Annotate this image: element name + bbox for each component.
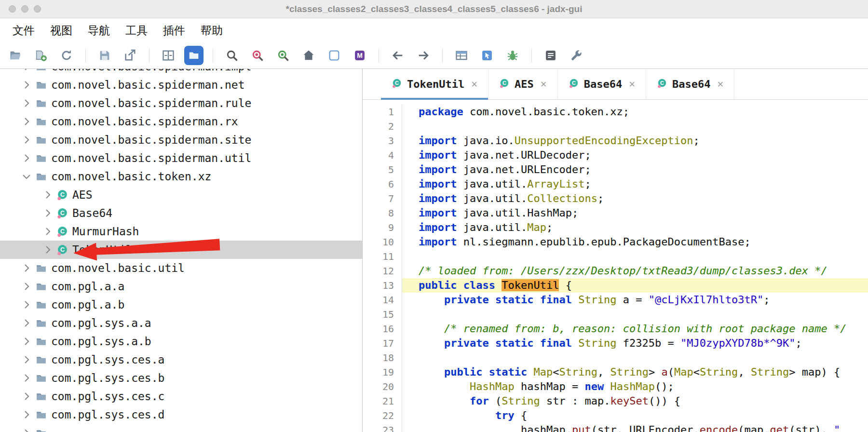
tree-item-com-novel-basic-spiderman-rx[interactable]: com.novel.basic.spiderman.rx [0,112,362,131]
export-button[interactable] [121,46,140,65]
chevron-right-icon[interactable] [20,427,33,432]
dock-layout-button[interactable] [159,46,178,65]
tree-item-com-novel-basic-spiderman-net[interactable]: com.novel.basic.spiderman.net [0,76,362,94]
tab-label: Base64 [672,78,710,90]
forward-button[interactable] [414,46,433,65]
zoom-button[interactable] [34,5,41,13]
tree-item-com-pgl-a-b[interactable]: com.pgl.a.b [0,296,362,314]
tree-item-com-pgl-sys-ces-c[interactable]: com.pgl.sys.ces.c [0,387,362,405]
tree-item-com-novel-basic-spiderman-impl[interactable]: com.novel.basic.spiderman.impl [0,69,362,76]
tree-item-base64[interactable]: CBase64 [0,204,362,222]
inspector-button[interactable] [477,46,497,65]
text-search-button[interactable] [222,46,242,65]
tab-close-icon[interactable]: × [629,79,635,90]
folder-glyph [35,409,47,421]
tree-item-murmurhash[interactable]: CMurmurHash [0,222,362,241]
back-button[interactable] [388,46,407,65]
chevron-right-icon[interactable] [20,280,33,293]
tab-base64[interactable]: CBase64× [558,69,646,99]
tree-item-com-pgl-sys-ces-d[interactable]: com.pgl.sys.ces.d [0,405,362,424]
tree-item-tokenutil[interactable]: CTokenUtil [0,241,362,259]
code-token: Map [674,366,693,378]
save-all-button[interactable] [95,46,114,65]
chevron-right-icon[interactable] [20,79,33,91]
reload-button[interactable] [57,46,76,65]
code-token: hashMap. [419,424,572,432]
code-editor[interactable]: 1package com.novel.basic.token.xz;2 3imp… [363,100,868,432]
close-button[interactable] [9,5,16,13]
chevron-right-icon[interactable] [20,262,33,274]
open-file-button[interactable] [6,46,25,65]
tree-item-com-pgl-sys-ces-b[interactable]: com.pgl.sys.ces.b [0,369,362,387]
code-line: 18 [363,351,868,365]
tree-item-com-novel-basic-spiderman-util[interactable]: com.novel.basic.spiderman.util [0,149,362,167]
tab-close-icon[interactable]: × [471,79,477,90]
code-line: 4import java.net.URLDecoder; [363,148,868,162]
tree-item-com-pgl-sys-a-b[interactable]: com.pgl.sys.a.b [0,332,362,351]
menu-help[interactable]: 帮助 [193,23,231,38]
window-plugin-button[interactable] [325,46,344,65]
chevron-right-icon[interactable] [20,134,33,146]
code-token [572,294,578,306]
tab-tokenutil[interactable]: CTokenUtil× [381,69,488,99]
tree-item-com-novel-basic-spiderman-site[interactable]: com.novel.basic.spiderman.site [0,131,362,149]
flat-packages-button[interactable] [184,46,203,65]
chevron-right-icon[interactable] [20,97,33,109]
class-search-button[interactable] [248,46,267,65]
chevron-right-glyph [21,372,32,384]
folder-icon [35,427,47,432]
chevron-right-icon[interactable] [20,69,33,73]
chevron-right-icon[interactable] [20,335,33,348]
tree-item-aes[interactable]: CAES [0,186,362,204]
chevron-right-icon[interactable] [20,115,33,128]
code-token [419,337,444,349]
chevron-right-icon[interactable] [20,353,33,366]
m-plugin-button[interactable]: M [350,46,369,65]
deobfuscation-button[interactable] [452,46,471,65]
tab-aes[interactable]: CAES× [488,69,558,99]
code-line: 7import java.util.Collections; [363,191,868,206]
menu-plugins[interactable]: 插件 [155,23,193,38]
tree-item-com-pgl-a-a[interactable]: com.pgl.a.a [0,277,362,296]
toolbar-separator [442,48,443,63]
main-activity-home-button[interactable] [299,46,318,65]
minimize-button[interactable] [21,5,28,13]
chevron-right-icon[interactable] [20,408,33,421]
add-files-button[interactable] [31,46,51,65]
menu-tools[interactable]: 工具 [118,23,155,38]
tab-base64[interactable]: CBase64× [646,69,734,99]
tree-item-clipped[interactable] [0,424,362,432]
tree-item-com-pgl-sys-a-a[interactable]: com.pgl.sys.a.a [0,314,362,332]
chevron-right-icon[interactable] [20,317,33,329]
code-text: hashMap.put(str, URLEncoder.encode(map.g… [402,423,868,432]
folder-glyph [35,79,47,91]
chevron-right-icon[interactable] [20,152,33,164]
chevron-down-icon[interactable] [20,170,33,183]
debugger-bug-button[interactable] [503,46,522,65]
settings-wrench-button[interactable] [567,46,586,65]
class-glyph: C [56,189,68,201]
comment-search-button[interactable] [273,46,293,65]
line-number: 1 [363,105,402,119]
tree-item-com-pgl-sys-ces-a[interactable]: com.pgl.sys.ces.a [0,351,362,369]
chevron-right-icon[interactable] [41,189,54,201]
tab-close-icon[interactable]: × [541,79,547,90]
chevron-right-icon[interactable] [20,390,33,403]
tab-close-icon[interactable]: × [718,79,724,90]
chevron-right-icon[interactable] [41,225,54,238]
menu-file[interactable]: 文件 [5,23,42,38]
menu-view[interactable]: 视图 [42,23,80,38]
chevron-right-icon[interactable] [20,298,33,311]
package-tree[interactable]: com.novel.basic.spiderman.implcom.novel.… [0,69,363,432]
chevron-right-icon[interactable] [41,243,54,256]
chevron-right-icon[interactable] [20,372,33,384]
chevron-right-icon[interactable] [41,207,54,219]
log-viewer-button[interactable] [541,46,560,65]
folder-icon [35,170,47,183]
tree-item-com-novel-basic-token-xz[interactable]: com.novel.basic.token.xz [0,167,362,186]
menu-navigation[interactable]: 导航 [80,23,118,38]
code-token: , [738,366,751,378]
tree-item-com-novel-basic-spiderman-rule[interactable]: com.novel.basic.spiderman.rule [0,94,362,112]
folder-glyph [35,372,47,384]
tree-item-com-novel-basic-util[interactable]: com.novel.basic.util [0,259,362,277]
